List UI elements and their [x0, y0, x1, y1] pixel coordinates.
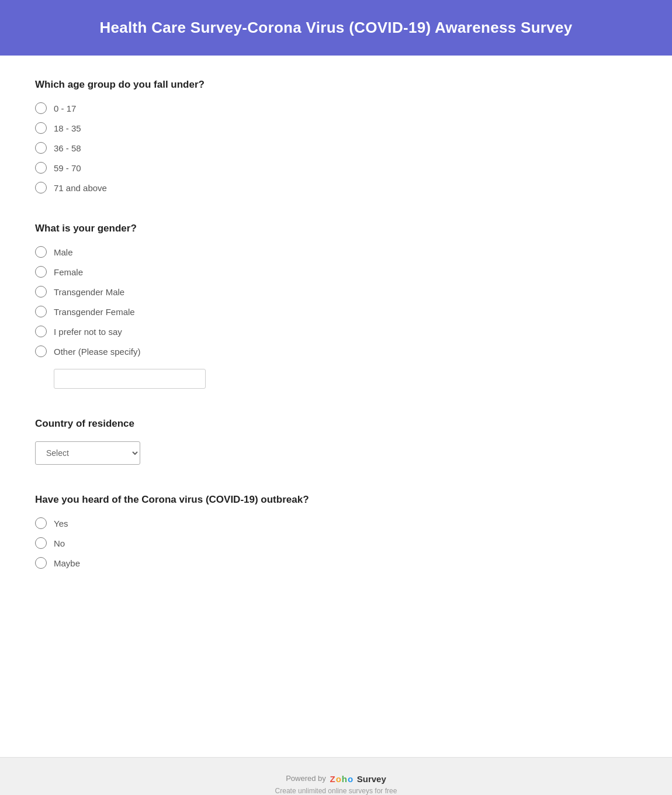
covid-option-maybe[interactable]: Maybe: [35, 557, 637, 569]
covid-radio-no[interactable]: [35, 537, 47, 549]
powered-by-text: Powered by Zoho Survey: [12, 774, 660, 784]
age-radio-18-35[interactable]: [35, 122, 47, 134]
gender-option-female[interactable]: Female: [35, 266, 637, 278]
gender-radio-male[interactable]: [35, 246, 47, 258]
gender-label-male: Male: [54, 247, 73, 257]
age-option-71-above[interactable]: 71 and above: [35, 182, 637, 193]
gender-radio-female[interactable]: [35, 266, 47, 278]
zoho-letter-z: Z: [330, 774, 335, 784]
main-content: Which age group do you fall under? 0 - 1…: [0, 56, 672, 757]
survey-brand-label: Survey: [357, 774, 386, 784]
age-option-36-58[interactable]: 36 - 58: [35, 142, 637, 154]
footer-tagline: Create unlimited online surveys for free: [12, 787, 660, 795]
gender-label-female: Female: [54, 267, 83, 277]
gender-option-transgender-female[interactable]: Transgender Female: [35, 306, 637, 317]
survey-title: Health Care Survey-Corona Virus (COVID-1…: [12, 19, 660, 37]
age-group-label: Which age group do you fall under?: [35, 79, 637, 91]
gender-option-other[interactable]: Other (Please specify): [35, 345, 637, 357]
gender-label: What is your gender?: [35, 223, 637, 234]
question-covid-heard: Have you heard of the Corona virus (COVI…: [35, 494, 637, 569]
gender-radio-transgender-female[interactable]: [35, 306, 47, 317]
page-footer: Powered by Zoho Survey Create unlimited …: [0, 757, 672, 795]
zoho-letter-h: h: [342, 774, 347, 784]
covid-option-yes[interactable]: Yes: [35, 517, 637, 529]
age-label-59-70: 59 - 70: [54, 163, 81, 173]
survey-header: Health Care Survey-Corona Virus (COVID-1…: [0, 0, 672, 56]
question-age-group: Which age group do you fall under? 0 - 1…: [35, 79, 637, 193]
covid-label-yes: Yes: [54, 519, 68, 528]
age-option-0-17[interactable]: 0 - 17: [35, 102, 637, 114]
zoho-logo: Zoho: [330, 774, 353, 784]
covid-label-maybe: Maybe: [54, 558, 80, 568]
age-label-71-above: 71 and above: [54, 183, 107, 193]
gender-radio-transgender-male[interactable]: [35, 286, 47, 298]
zoho-letter-o2: o: [348, 774, 353, 784]
age-radio-71-above[interactable]: [35, 182, 47, 193]
age-label-36-58: 36 - 58: [54, 143, 81, 153]
gender-radio-other[interactable]: [35, 345, 47, 357]
age-radio-59-70[interactable]: [35, 162, 47, 174]
zoho-letter-o1: o: [336, 774, 341, 784]
country-label: Country of residence: [35, 418, 637, 430]
gender-label-transgender-male: Transgender Male: [54, 287, 124, 297]
gender-label-prefer-not: I prefer not to say: [54, 327, 122, 337]
country-select[interactable]: Select United States United Kingdom Indi…: [35, 441, 140, 465]
covid-option-no[interactable]: No: [35, 537, 637, 549]
gender-radio-prefer-not[interactable]: [35, 326, 47, 337]
gender-option-transgender-male[interactable]: Transgender Male: [35, 286, 637, 298]
age-label-18-35: 18 - 35: [54, 123, 81, 133]
age-radio-36-58[interactable]: [35, 142, 47, 154]
gender-label-other: Other (Please specify): [54, 347, 140, 357]
age-radio-0-17[interactable]: [35, 102, 47, 114]
question-country: Country of residence Select United State…: [35, 418, 637, 465]
country-select-wrapper: Select United States United Kingdom Indi…: [35, 441, 637, 465]
age-option-18-35[interactable]: 18 - 35: [35, 122, 637, 134]
powered-by-label: Powered by: [286, 774, 326, 783]
gender-other-text-input[interactable]: [54, 369, 206, 389]
gender-label-transgender-female: Transgender Female: [54, 307, 135, 317]
covid-label-no: No: [54, 538, 65, 548]
age-label-0-17: 0 - 17: [54, 103, 76, 113]
covid-radio-yes[interactable]: [35, 517, 47, 529]
gender-option-male[interactable]: Male: [35, 246, 637, 258]
gender-option-prefer-not[interactable]: I prefer not to say: [35, 326, 637, 337]
question-gender: What is your gender? Male Female Transge…: [35, 223, 637, 389]
covid-radio-maybe[interactable]: [35, 557, 47, 569]
age-option-59-70[interactable]: 59 - 70: [35, 162, 637, 174]
covid-heard-label: Have you heard of the Corona virus (COVI…: [35, 494, 637, 506]
